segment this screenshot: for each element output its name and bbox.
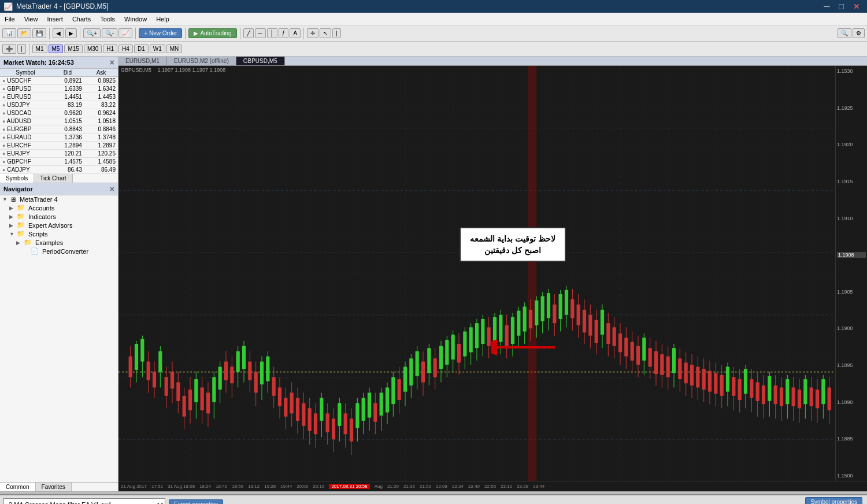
tf-m15[interactable]: M15 xyxy=(64,45,82,53)
market-watch-row[interactable]: ● EURJPY 120.21 120.25 xyxy=(0,150,118,158)
nav-tree-item-metatrader-4[interactable]: ▼🖥MetaTrader 4 xyxy=(0,195,118,203)
crosshair-button[interactable]: ✛ xyxy=(307,28,318,38)
nav-tab-favorites[interactable]: Favorites xyxy=(36,483,72,491)
chart-tab-eurusd-m2[interactable]: EURUSD,M2 (offline) xyxy=(167,57,236,65)
col-symbol: Symbol xyxy=(0,69,51,77)
nav-tree-item-expert-advisors[interactable]: ▶📁Expert Advisors xyxy=(0,221,118,229)
title-controls[interactable]: ─ □ ✕ xyxy=(821,2,864,11)
svg-rect-156 xyxy=(565,290,568,315)
menu-file[interactable]: File xyxy=(0,14,20,24)
menu-help[interactable]: Help xyxy=(151,14,174,24)
nav-tree-item-scripts[interactable]: ▼📁Scripts xyxy=(0,229,118,238)
hline-button[interactable]: ─ xyxy=(255,28,266,38)
zoom-out-button[interactable]: 🔍- xyxy=(102,28,117,38)
tf-m1[interactable]: M1 xyxy=(32,45,47,53)
time-4: 18:24 xyxy=(199,484,211,489)
pointer-button[interactable]: ↖ xyxy=(320,28,331,38)
price-9: 1.1890 xyxy=(837,399,866,405)
svg-rect-65 xyxy=(296,398,299,420)
line-button[interactable]: ╱ xyxy=(243,28,254,38)
nav-tab-common[interactable]: Common xyxy=(0,483,36,491)
svg-rect-103 xyxy=(409,358,413,386)
svg-rect-35 xyxy=(206,392,210,413)
main-area: Market Watch: 16:24:53 × Symbol Bid Ask … xyxy=(0,57,867,491)
svg-rect-160 xyxy=(577,305,580,325)
symbol-cell: ● GBPCHF xyxy=(0,158,51,166)
svg-rect-53 xyxy=(260,362,264,384)
menu-insert[interactable]: Insert xyxy=(42,14,68,24)
tf-d1[interactable]: D1 xyxy=(134,45,149,53)
back-button[interactable]: ◀ xyxy=(53,28,64,38)
edit-indicators-button[interactable]: | xyxy=(17,44,26,54)
tf-m5[interactable]: M5 xyxy=(49,45,64,53)
price-2: 1.1925 xyxy=(837,105,866,111)
ea-dropdown[interactable]: 2 MA Crosses Mega filter EA V1.ex4 xyxy=(3,498,165,505)
minimize-button[interactable]: ─ xyxy=(821,2,833,11)
menu-tools[interactable]: Tools xyxy=(95,14,120,24)
tab-tick-chart[interactable]: Tick Chart xyxy=(34,174,72,183)
open-button[interactable]: 📂 xyxy=(17,28,31,38)
symbol-properties-button[interactable]: Symbol properties xyxy=(805,497,862,504)
text-button[interactable]: A xyxy=(290,28,301,38)
tab-symbols[interactable]: Symbols xyxy=(0,174,34,183)
time-15: 21:36 xyxy=(403,484,415,489)
market-watch-row[interactable]: ● EURAUD 1.3736 1.3748 xyxy=(0,134,118,142)
menu-charts[interactable]: Charts xyxy=(68,14,95,24)
market-watch-row[interactable]: ● AUDUSD 1.0515 1.0518 xyxy=(0,117,118,125)
menu-window[interactable]: Window xyxy=(120,14,151,24)
market-watch-row[interactable]: ● USDCAD 0.9620 0.9624 xyxy=(0,109,118,117)
menu-view[interactable]: View xyxy=(20,14,43,24)
chart-container[interactable]: GBPUSD,M5 1.1907 1.1908 1.1907 1.1908 xyxy=(118,66,835,481)
save-button[interactable]: 💾 xyxy=(32,28,46,38)
nav-tree-item-periodconverter[interactable]: 📄PeriodConverter xyxy=(0,247,118,255)
add-indicator-button[interactable]: ➕ xyxy=(2,44,16,54)
svg-rect-182 xyxy=(642,338,646,360)
market-watch-row[interactable]: ● CADJPY 86.43 86.49 xyxy=(0,166,118,174)
nav-tree-item-accounts[interactable]: ▶📁Accounts xyxy=(0,203,118,212)
market-watch-row[interactable]: ● USDCHF 0.8921 0.8925 xyxy=(0,77,118,85)
search-button[interactable]: 🔍 xyxy=(838,28,851,38)
tf-mn[interactable]: MN xyxy=(166,45,183,53)
tf-m30[interactable]: M30 xyxy=(84,45,102,53)
svg-rect-244 xyxy=(828,387,831,410)
symbol-cell: ● EURGBP xyxy=(0,125,51,134)
fibonacci-button[interactable]: ƒ xyxy=(279,28,289,38)
forward-button[interactable]: ▶ xyxy=(65,28,77,38)
settings-button[interactable]: ⚙ xyxy=(853,28,865,38)
svg-rect-75 xyxy=(326,413,329,432)
autotrading-button[interactable]: ▶ AutoTrading xyxy=(188,28,236,38)
navigator-close[interactable]: × xyxy=(110,184,114,194)
chart-tab-eurusd-m1[interactable]: EURUSD,M1 xyxy=(118,57,167,65)
new-order-button[interactable]: + New Order xyxy=(139,28,182,38)
market-watch-row[interactable]: ● EURCHF 1.2894 1.2897 xyxy=(0,142,118,150)
svg-rect-55 xyxy=(266,357,269,381)
period-sep-button[interactable]: | xyxy=(332,28,341,38)
tf-h1[interactable]: H1 xyxy=(103,45,117,53)
tf-w1[interactable]: W1 xyxy=(150,45,165,53)
expand-icon: ▼ xyxy=(2,197,8,202)
svg-rect-115 xyxy=(445,340,449,365)
tf-h4[interactable]: H4 xyxy=(118,45,133,53)
zoom-in-button[interactable]: 🔍+ xyxy=(83,28,101,38)
market-watch-close[interactable]: × xyxy=(110,58,114,67)
expand-icon: ▼ xyxy=(9,231,15,237)
market-watch-row[interactable]: ● EURGBP 0.8843 0.8846 xyxy=(0,125,118,134)
svg-rect-79 xyxy=(338,403,341,425)
maximize-button[interactable]: □ xyxy=(836,2,847,11)
vline-button[interactable]: │ xyxy=(267,28,277,38)
expert-properties-button[interactable]: Expert properties xyxy=(169,499,223,504)
svg-rect-59 xyxy=(278,387,281,406)
market-watch-row[interactable]: ● GBPCHF 1.4575 1.4585 xyxy=(0,158,118,166)
market-watch-row[interactable]: ● EURUSD 1.4451 1.4453 xyxy=(0,93,118,101)
nav-tree-item-indicators[interactable]: ▶📁Indicators xyxy=(0,212,118,221)
chart-type-button[interactable]: 📈 xyxy=(118,28,132,38)
svg-rect-194 xyxy=(678,358,681,379)
symbol-cell: ● USDJPY xyxy=(0,101,51,109)
close-button[interactable]: ✕ xyxy=(850,2,864,11)
market-watch-row[interactable]: ● GBPUSD 1.6339 1.6342 xyxy=(0,85,118,93)
chart-tab-gbpusd-m5[interactable]: GBPUSD,M5 xyxy=(236,57,285,65)
nav-tree-item-examples[interactable]: ▶📁Examples xyxy=(0,238,118,247)
svg-rect-242 xyxy=(821,379,825,404)
new-chart-button[interactable]: 📊 xyxy=(2,28,16,38)
market-watch-row[interactable]: ● USDJPY 83.19 83.22 xyxy=(0,101,118,109)
